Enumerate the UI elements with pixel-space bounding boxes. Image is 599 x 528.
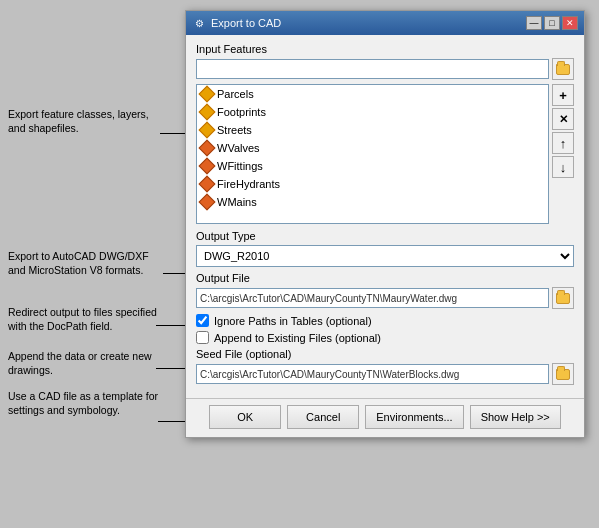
output-file-section: Output File <box>196 272 574 309</box>
dialog-titlebar: ⚙ Export to CAD — □ ✕ <box>186 11 584 35</box>
export-to-cad-dialog: ⚙ Export to CAD — □ ✕ Input Features <box>185 10 585 438</box>
ok-button[interactable]: OK <box>209 405 281 429</box>
feature-list: Parcels Footprints Streets WValves <box>196 84 549 224</box>
dialog-icon: ⚙ <box>192 16 206 30</box>
input-features-label: Input Features <box>196 43 574 55</box>
output-file-input[interactable] <box>196 288 549 308</box>
minimize-button[interactable]: — <box>526 16 542 30</box>
append-files-label: Append to Existing Files (optional) <box>214 332 381 344</box>
seed-file-section: Seed File (optional) <box>196 348 574 385</box>
layer-icon <box>199 158 216 175</box>
titlebar-buttons: — □ ✕ <box>526 16 578 30</box>
dialog-footer: OK Cancel Environments... Show Help >> <box>186 398 584 437</box>
list-item[interactable]: WMains <box>197 193 548 211</box>
input-features-text[interactable] <box>196 59 549 79</box>
output-file-folder-btn[interactable] <box>552 287 574 309</box>
remove-item-button[interactable]: ✕ <box>552 108 574 130</box>
output-type-label: Output Type <box>196 230 574 242</box>
dialog-title: ⚙ Export to CAD <box>192 16 281 30</box>
move-up-button[interactable]: ↑ <box>552 132 574 154</box>
list-buttons: + ✕ ↑ ↓ <box>552 84 574 224</box>
add-item-button[interactable]: + <box>552 84 574 106</box>
output-file-label: Output File <box>196 272 574 284</box>
input-features-folder-btn[interactable] <box>552 58 574 80</box>
ignore-paths-row: Ignore Paths in Tables (optional) <box>196 314 574 327</box>
list-item[interactable]: Parcels <box>197 85 548 103</box>
annotation-2: Export to AutoCAD DWG/DXF and MicroStati… <box>8 250 163 277</box>
cancel-button[interactable]: Cancel <box>287 405 359 429</box>
input-features-input-row <box>196 58 574 80</box>
layer-icon <box>199 104 216 121</box>
seed-file-input[interactable] <box>196 364 549 384</box>
show-help-button[interactable]: Show Help >> <box>470 405 561 429</box>
annotation-1: Export feature classes, layers, and shap… <box>8 108 163 135</box>
seed-file-folder-btn[interactable] <box>552 363 574 385</box>
seed-file-label: Seed File (optional) <box>196 348 574 360</box>
maximize-button[interactable]: □ <box>544 16 560 30</box>
ignore-paths-checkbox[interactable] <box>196 314 209 327</box>
list-item[interactable]: Footprints <box>197 103 548 121</box>
annotation-3: Redirect output to files specified with … <box>8 306 163 333</box>
output-type-section: Output Type DWG_R2010DXF_R2010DGN_V8 <box>196 230 574 267</box>
close-button[interactable]: ✕ <box>562 16 578 30</box>
layer-icon <box>199 86 216 103</box>
list-item[interactable]: WFittings <box>197 157 548 175</box>
append-files-checkbox[interactable] <box>196 331 209 344</box>
ignore-paths-label: Ignore Paths in Tables (optional) <box>214 315 372 327</box>
output-file-row <box>196 287 574 309</box>
move-down-button[interactable]: ↓ <box>552 156 574 178</box>
layer-icon <box>199 140 216 157</box>
layer-icon <box>199 122 216 139</box>
dialog-body: Input Features Parcels <box>186 35 584 398</box>
seed-file-row <box>196 363 574 385</box>
page-container: Export feature classes, layers, and shap… <box>0 0 599 528</box>
layer-icon <box>199 176 216 193</box>
annotations-panel: Export feature classes, layers, and shap… <box>0 0 185 528</box>
annotation-5: Use a CAD file as a template for setting… <box>8 390 163 417</box>
input-features-section: Input Features Parcels <box>196 43 574 224</box>
feature-list-container: Parcels Footprints Streets WValves <box>196 84 574 224</box>
list-item[interactable]: FireHydrants <box>197 175 548 193</box>
layer-icon <box>199 194 216 211</box>
environments-button[interactable]: Environments... <box>365 405 463 429</box>
output-type-select[interactable]: DWG_R2010DXF_R2010DGN_V8 <box>196 245 574 267</box>
annotation-4: Append the data or create new drawings. <box>8 350 163 377</box>
append-files-row: Append to Existing Files (optional) <box>196 331 574 344</box>
list-item[interactable]: Streets <box>197 121 548 139</box>
list-item[interactable]: WValves <box>197 139 548 157</box>
